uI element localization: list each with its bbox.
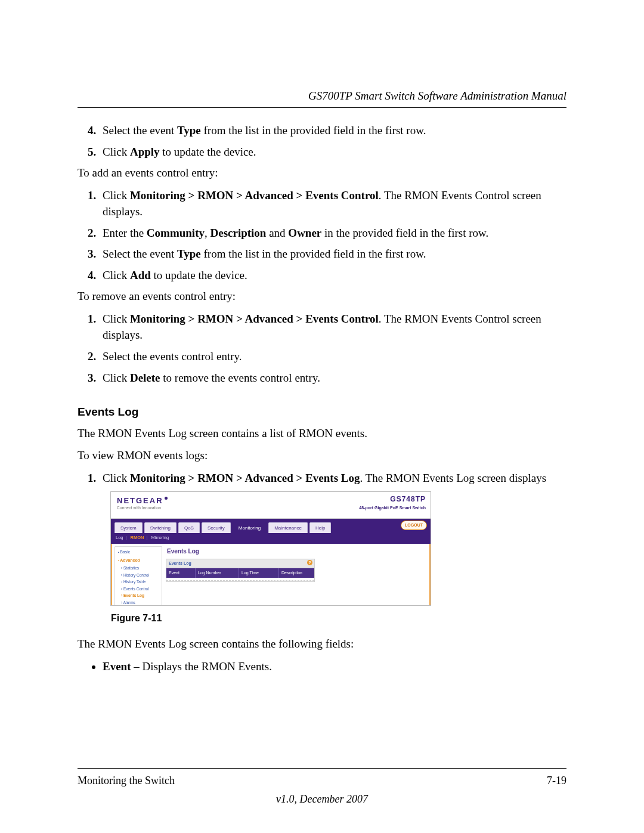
text-bold: Add [130,269,151,281]
header-rule [78,107,566,108]
list-item: Enter the Community, Description and Own… [99,225,566,241]
text: . The RMON Events Log screen displays [360,472,547,484]
table-column-header: Event Log Number Log Time Description [166,568,314,578]
text: Select the event [103,247,177,260]
sidebar-item-history-control[interactable]: History Control [117,572,159,578]
text-bold: Owner [288,227,321,239]
embedded-screenshot: NETGEAR Connect with Innovation GS748TP … [111,492,431,605]
product-model: GS748TP [359,494,426,504]
text-bold: Apply [130,145,160,158]
content-title: Events Log [167,547,426,556]
tab-switching[interactable]: Switching [144,522,177,534]
text: Click [103,145,130,158]
product-label: GS748TP 48-port Gigabit PoE Smart Switch [359,494,426,511]
text-bold: Community [147,227,205,239]
text: Click [103,371,130,384]
events-log-table: Events Log ? Event Log Number Log Time D… [166,559,315,582]
page-footer: Monitoring the Switch 7-19 v1.0, Decembe… [78,768,566,806]
text-bold: Delete [130,371,160,384]
paragraph: To add an events control entry: [78,165,566,181]
sidebar-item-history-table[interactable]: History Table [117,578,159,585]
text: from the list in the provided field in t… [201,124,426,137]
text-bold: Description [210,227,266,239]
logo-tagline: Connect with Innovation [117,505,161,510]
table-title: Events Log [169,561,191,566]
paragraph: The RMON Events Log screen contains the … [78,636,566,652]
text-bold: Type [177,247,201,260]
subnav-log[interactable]: Log [116,535,123,540]
shot-body: Basic Advanced Statistics History Contro… [111,544,431,605]
text-bold: Monitoring > RMON > Advanced > Events Co… [130,312,379,325]
text: Click [103,189,130,202]
text: to remove the events control entry. [160,371,320,384]
sidebar-basic[interactable]: Basic [117,548,159,556]
footer-left: Monitoring the Switch [78,775,175,787]
list-item: Click Monitoring > RMON > Advanced > Eve… [99,470,566,487]
ordered-list-a: Select the event Type from the list in t… [78,122,566,160]
tab-security[interactable]: Security [202,522,231,534]
text: to update the device. [151,269,247,281]
tab-qos[interactable]: QoS [178,522,200,534]
text-bold: Monitoring > RMON > Advanced > Events Lo… [130,472,360,484]
main-nav: System Switching QoS Security Monitoring… [111,519,431,533]
tab-help[interactable]: Help [309,522,331,534]
sidebar-item-statistics[interactable]: Statistics [117,565,159,571]
running-header: GS700TP Smart Switch Software Administra… [78,89,566,103]
figure-caption: Figure 7-11 [111,611,566,625]
list-item: Click Monitoring > RMON > Advanced > Eve… [99,187,566,220]
shot-header: NETGEAR Connect with Innovation GS748TP … [111,492,431,519]
subnav-rmon[interactable]: RMON [131,535,144,540]
col-log-time: Log Time [239,568,279,578]
footer-right: 7-19 [547,775,566,787]
text-bold: Type [177,124,201,137]
text-bold: Event [103,660,131,673]
text: Select the event [103,124,177,137]
paragraph: The RMON Events Log screen contains a li… [78,425,566,442]
paragraph: To remove an events control entry: [78,288,566,305]
text: from the list in the provided field in t… [201,247,426,260]
text-bold: Monitoring > RMON > Advanced > Events Co… [130,189,379,202]
sub-nav: Log| RMON| Mirroring [111,533,431,544]
list-item: Select the events control entry. [99,348,566,365]
ordered-list-d: Click Monitoring > RMON > Advanced > Eve… [78,470,566,487]
sidebar-panel: Basic Advanced Statistics History Contro… [114,546,162,605]
field-bullets: Event – Displays the RMON Events. [78,658,566,675]
col-log-number: Log Number [196,568,239,578]
sidebar-item-alarms[interactable]: Alarms [117,599,159,606]
text: to update the device. [160,145,256,158]
help-icon[interactable]: ? [307,560,312,565]
product-desc: 48-port Gigabit PoE Smart Switch [359,505,426,511]
tab-monitoring[interactable]: Monitoring [233,522,267,534]
col-event: Event [166,568,196,578]
ordered-list-b: Click Monitoring > RMON > Advanced > Eve… [78,187,566,284]
footer-rule [78,768,566,769]
sidebar-item-events-log[interactable]: Events Log [117,592,159,599]
table-empty-row [166,580,314,581]
list-item: Event – Displays the RMON Events. [103,658,566,675]
list-item: Select the event Type from the list in t… [99,122,566,139]
subnav-mirroring[interactable]: Mirroring [151,535,169,540]
sidebar: Basic Advanced Statistics History Contro… [112,544,165,605]
table-title-row: Events Log ? [166,559,314,568]
col-description: Description [279,568,314,578]
text: Enter the [103,227,147,239]
tab-system[interactable]: System [114,522,143,534]
body-text: Select the event Type from the list in t… [78,122,566,675]
logout-button[interactable]: LOGOUT [401,521,427,530]
tab-maintenance[interactable]: Maintenance [268,522,308,534]
list-item: Click Monitoring > RMON > Advanced > Eve… [99,311,566,343]
section-heading: Events Log [78,404,566,420]
text: – Displays the RMON Events. [131,660,272,673]
text: in the provided field in the first row. [321,227,488,239]
text: Click [103,312,130,325]
list-item: Click Add to update the device. [99,267,566,284]
text: Click [103,269,130,281]
shot-content: Events Log Events Log ? Event Log Number… [165,544,429,605]
sidebar-item-events-control[interactable]: Events Control [117,586,159,592]
sidebar-advanced[interactable]: Advanced [117,556,159,565]
paragraph: To view RMON events logs: [78,447,566,464]
text: and [266,227,288,239]
list-item: Click Delete to remove the events contro… [99,370,566,386]
text: Click [103,472,130,484]
ordered-list-c: Click Monitoring > RMON > Advanced > Eve… [78,311,566,386]
